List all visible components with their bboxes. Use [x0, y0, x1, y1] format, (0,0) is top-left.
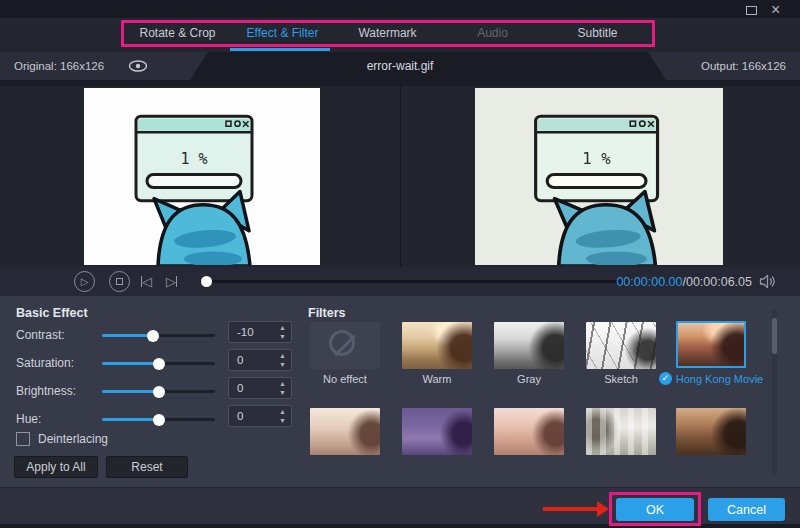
spin-up-icon[interactable]: ▲: [279, 407, 286, 416]
active-tab-underline: [230, 48, 330, 51]
window-titlebar: ×: [0, 0, 800, 18]
reset-button[interactable]: Reset: [106, 456, 188, 478]
preview-divider: [400, 86, 401, 267]
stop-icon[interactable]: [109, 271, 130, 292]
filter-tile-row2-4[interactable]: [586, 408, 656, 455]
seek-thumb[interactable]: [201, 276, 212, 287]
next-glyph: ▷: [166, 274, 176, 289]
hue-row: Hue: 0 ▲▼: [0, 408, 300, 430]
contrast-value: -10: [237, 326, 254, 338]
output-size-tab: Output: 166x126: [648, 52, 800, 80]
close-icon[interactable]: ×: [771, 3, 780, 17]
preview-original-frame: 1 %: [84, 88, 320, 265]
cartoon-progress-bar: [547, 174, 646, 187]
slider-thumb[interactable]: [153, 414, 165, 426]
slider-fill: [102, 334, 153, 337]
hue-slider[interactable]: [102, 418, 215, 421]
filter-tile-gray[interactable]: [494, 322, 564, 369]
apply-to-all-button[interactable]: Apply to All: [14, 456, 98, 478]
filter-tile-row2-5[interactable]: [676, 408, 746, 455]
contrast-spinner[interactable]: -10 ▲▼: [228, 321, 292, 343]
slider-fill: [102, 390, 159, 393]
tab-rotate-crop[interactable]: Rotate & Crop: [125, 18, 230, 48]
no-effect-icon: [329, 330, 355, 356]
slider-thumb[interactable]: [147, 330, 159, 342]
tab-list: Rotate & Crop Effect & Filter Watermark …: [125, 18, 650, 48]
filter-tile-no-effect[interactable]: [310, 322, 380, 369]
effects-panel: Basic Effect Contrast: -10 ▲▼ Saturation…: [0, 296, 800, 487]
filter-label-hong-kong-movie: ✓ Hong Kong Movie: [656, 372, 766, 385]
filters-title: Filters: [308, 306, 346, 320]
filter-tile-row2-1[interactable]: [310, 408, 380, 455]
playback-bar: ▷ ◁ ▷ 00:00:00.00/00:00:06.05: [0, 267, 800, 296]
brightness-spinner[interactable]: 0 ▲▼: [228, 377, 292, 399]
spin-down-icon[interactable]: ▼: [279, 416, 286, 425]
annotation-arrow: [543, 507, 599, 511]
filters-scrollbar[interactable]: [772, 310, 777, 475]
spin-down-icon[interactable]: ▼: [279, 360, 286, 369]
spin-down-icon[interactable]: ▼: [279, 388, 286, 397]
hue-value: 0: [237, 410, 243, 422]
previous-frame-icon[interactable]: ◁: [141, 273, 152, 289]
maximize-icon[interactable]: [746, 6, 757, 15]
seek-slider[interactable]: [200, 280, 628, 283]
preview-header: error-wait.gif Original: 166x126 Output:…: [0, 52, 800, 86]
deinterlacing-label: Deinterlacing: [38, 432, 108, 446]
spin-up-icon[interactable]: ▲: [279, 323, 286, 332]
filter-tile-warm[interactable]: [402, 322, 472, 369]
slider-fill: [102, 418, 159, 421]
spin-up-icon[interactable]: ▲: [279, 351, 286, 360]
cartoon-progress-text: 1 %: [582, 151, 611, 169]
tab-watermark[interactable]: Watermark: [335, 18, 440, 48]
brightness-label: Brightness:: [16, 384, 76, 398]
cartoon-progress-bar: [147, 174, 241, 187]
preview-output-frame: 1 %: [475, 88, 723, 265]
filter-tile-row2-2[interactable]: [402, 408, 472, 455]
filter-tile-sketch[interactable]: [586, 322, 656, 369]
play-icon[interactable]: ▷: [74, 271, 95, 292]
output-size-label: Output: 166x126: [701, 60, 786, 72]
tab-bar: Rotate & Crop Effect & Filter Watermark …: [0, 18, 800, 52]
brightness-row: Brightness: 0 ▲▼: [0, 380, 300, 402]
filters-scrollbar-thumb[interactable]: [772, 318, 777, 354]
brightness-slider[interactable]: [102, 390, 215, 393]
tab-subtitle[interactable]: Subtitle: [545, 18, 650, 48]
next-frame-icon[interactable]: ▷: [166, 273, 177, 289]
eye-icon[interactable]: [128, 59, 148, 73]
slider-thumb[interactable]: [153, 358, 165, 370]
checkbox-icon[interactable]: [16, 432, 30, 446]
brightness-value: 0: [237, 382, 243, 394]
saturation-spinner[interactable]: 0 ▲▼: [228, 349, 292, 371]
spin-up-icon[interactable]: ▲: [279, 379, 286, 388]
hue-spinner[interactable]: 0 ▲▼: [228, 405, 292, 427]
stop-glyph: [116, 278, 123, 285]
annotation-arrow-head: [597, 501, 609, 517]
volume-icon[interactable]: [759, 274, 776, 293]
original-size-tab: Original: 166x126: [0, 52, 208, 80]
slider-thumb[interactable]: [153, 386, 165, 398]
cartoon-progress-text: 1 %: [180, 150, 207, 168]
filter-tile-row2-3[interactable]: [494, 408, 564, 455]
cartoon-window-titlebar: [538, 119, 656, 131]
selected-check-icon: ✓: [659, 372, 672, 385]
tab-audio: Audio: [440, 18, 545, 48]
prev-glyph: ◁: [142, 274, 152, 289]
slider-fill: [102, 362, 159, 365]
filter-tile-hong-kong-movie[interactable]: [676, 321, 746, 368]
original-size-label: Original: 166x126: [14, 60, 104, 72]
contrast-row: Contrast: -10 ▲▼: [0, 324, 300, 346]
footer-bar: OK Cancel: [0, 487, 800, 524]
spin-down-icon[interactable]: ▼: [279, 332, 286, 341]
cancel-button[interactable]: Cancel: [708, 498, 785, 521]
play-glyph: ▷: [81, 276, 89, 287]
filter-label-text: Hong Kong Movie: [676, 373, 763, 385]
saturation-slider[interactable]: [102, 362, 215, 365]
preview-cartoon-original: 1 %: [84, 88, 320, 265]
deinterlacing-checkbox[interactable]: Deinterlacing: [16, 432, 108, 446]
tab-effect-filter[interactable]: Effect & Filter: [230, 18, 335, 48]
contrast-slider[interactable]: [102, 334, 215, 337]
window-bottom-edge: [0, 524, 800, 528]
hue-label: Hue:: [16, 412, 41, 426]
contrast-label: Contrast:: [16, 328, 65, 342]
ok-button[interactable]: OK: [616, 498, 694, 521]
